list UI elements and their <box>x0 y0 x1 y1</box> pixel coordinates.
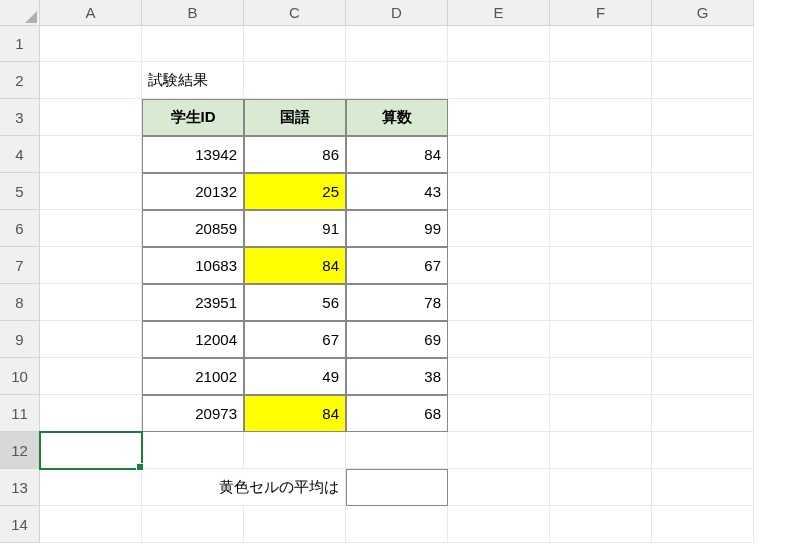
cell-E11[interactable] <box>448 395 550 432</box>
cell-C1[interactable] <box>244 26 346 62</box>
row-header-5[interactable]: 5 <box>0 173 40 210</box>
cell-G3[interactable] <box>652 99 754 136</box>
cell-A8[interactable] <box>40 284 142 321</box>
cell-B14[interactable] <box>142 506 244 543</box>
cell-math-5[interactable]: 78 <box>346 284 448 321</box>
cell-B1[interactable] <box>142 26 244 62</box>
cell-D12[interactable] <box>346 432 448 469</box>
cell-F7[interactable] <box>550 247 652 284</box>
cell-math-7[interactable]: 38 <box>346 358 448 395</box>
cell-G1[interactable] <box>652 26 754 62</box>
cell-F6[interactable] <box>550 210 652 247</box>
cell-E6[interactable] <box>448 210 550 247</box>
cell-E7[interactable] <box>448 247 550 284</box>
cell-C2[interactable] <box>244 62 346 99</box>
cell-japanese-5[interactable]: 56 <box>244 284 346 321</box>
column-header-E[interactable]: E <box>448 0 550 26</box>
cell-A11[interactable] <box>40 395 142 432</box>
cell-E12[interactable] <box>448 432 550 469</box>
header-id[interactable]: 学生ID <box>142 99 244 136</box>
cell-id-5[interactable]: 23951 <box>142 284 244 321</box>
row-header-12[interactable]: 12 <box>0 432 40 469</box>
cell-A2[interactable] <box>40 62 142 99</box>
title-cell[interactable]: 試験結果 <box>142 62 244 99</box>
cell-A6[interactable] <box>40 210 142 247</box>
column-header-C[interactable]: C <box>244 0 346 26</box>
header-japanese[interactable]: 国語 <box>244 99 346 136</box>
spreadsheet-grid[interactable]: ABCDEFG12試験結果3学生ID国語算数413942868452013225… <box>0 0 754 543</box>
cell-E1[interactable] <box>448 26 550 62</box>
cell-id-6[interactable]: 12004 <box>142 321 244 358</box>
cell-id-2[interactable]: 20132 <box>142 173 244 210</box>
cell-F11[interactable] <box>550 395 652 432</box>
column-header-F[interactable]: F <box>550 0 652 26</box>
cell-japanese-8[interactable]: 84 <box>244 395 346 432</box>
cell-G4[interactable] <box>652 136 754 173</box>
cell-E2[interactable] <box>448 62 550 99</box>
cell-math-3[interactable]: 99 <box>346 210 448 247</box>
column-header-G[interactable]: G <box>652 0 754 26</box>
cell-F8[interactable] <box>550 284 652 321</box>
active-cell[interactable] <box>40 432 142 469</box>
cell-A13[interactable] <box>40 469 142 506</box>
row-header-10[interactable]: 10 <box>0 358 40 395</box>
cell-G11[interactable] <box>652 395 754 432</box>
cell-E8[interactable] <box>448 284 550 321</box>
header-math[interactable]: 算数 <box>346 99 448 136</box>
cell-G12[interactable] <box>652 432 754 469</box>
cell-math-2[interactable]: 43 <box>346 173 448 210</box>
row-header-7[interactable]: 7 <box>0 247 40 284</box>
cell-japanese-7[interactable]: 49 <box>244 358 346 395</box>
cell-B12[interactable] <box>142 432 244 469</box>
cell-japanese-1[interactable]: 86 <box>244 136 346 173</box>
cell-id-8[interactable]: 20973 <box>142 395 244 432</box>
average-label[interactable]: 黄色セルの平均は <box>142 469 346 506</box>
cell-G7[interactable] <box>652 247 754 284</box>
cell-G13[interactable] <box>652 469 754 506</box>
row-header-2[interactable]: 2 <box>0 62 40 99</box>
cell-japanese-3[interactable]: 91 <box>244 210 346 247</box>
cell-id-4[interactable]: 10683 <box>142 247 244 284</box>
row-header-3[interactable]: 3 <box>0 99 40 136</box>
cell-id-3[interactable]: 20859 <box>142 210 244 247</box>
row-header-1[interactable]: 1 <box>0 26 40 62</box>
cell-math-8[interactable]: 68 <box>346 395 448 432</box>
cell-A9[interactable] <box>40 321 142 358</box>
row-header-11[interactable]: 11 <box>0 395 40 432</box>
cell-E4[interactable] <box>448 136 550 173</box>
cell-math-6[interactable]: 69 <box>346 321 448 358</box>
row-header-13[interactable]: 13 <box>0 469 40 506</box>
cell-G6[interactable] <box>652 210 754 247</box>
cell-id-7[interactable]: 21002 <box>142 358 244 395</box>
cell-A10[interactable] <box>40 358 142 395</box>
cell-math-4[interactable]: 67 <box>346 247 448 284</box>
row-header-6[interactable]: 6 <box>0 210 40 247</box>
cell-G5[interactable] <box>652 173 754 210</box>
cell-F2[interactable] <box>550 62 652 99</box>
cell-F5[interactable] <box>550 173 652 210</box>
cell-japanese-2[interactable]: 25 <box>244 173 346 210</box>
cell-D1[interactable] <box>346 26 448 62</box>
cell-japanese-6[interactable]: 67 <box>244 321 346 358</box>
cell-G8[interactable] <box>652 284 754 321</box>
cell-F12[interactable] <box>550 432 652 469</box>
cell-C14[interactable] <box>244 506 346 543</box>
cell-G10[interactable] <box>652 358 754 395</box>
cell-G2[interactable] <box>652 62 754 99</box>
cell-F3[interactable] <box>550 99 652 136</box>
cell-C12[interactable] <box>244 432 346 469</box>
cell-D2[interactable] <box>346 62 448 99</box>
cell-A3[interactable] <box>40 99 142 136</box>
cell-E5[interactable] <box>448 173 550 210</box>
column-header-B[interactable]: B <box>142 0 244 26</box>
cell-A4[interactable] <box>40 136 142 173</box>
select-all-corner[interactable] <box>0 0 40 26</box>
cell-F13[interactable] <box>550 469 652 506</box>
cell-G14[interactable] <box>652 506 754 543</box>
cell-F1[interactable] <box>550 26 652 62</box>
cell-F9[interactable] <box>550 321 652 358</box>
cell-E13[interactable] <box>448 469 550 506</box>
cell-E9[interactable] <box>448 321 550 358</box>
row-header-4[interactable]: 4 <box>0 136 40 173</box>
cell-japanese-4[interactable]: 84 <box>244 247 346 284</box>
